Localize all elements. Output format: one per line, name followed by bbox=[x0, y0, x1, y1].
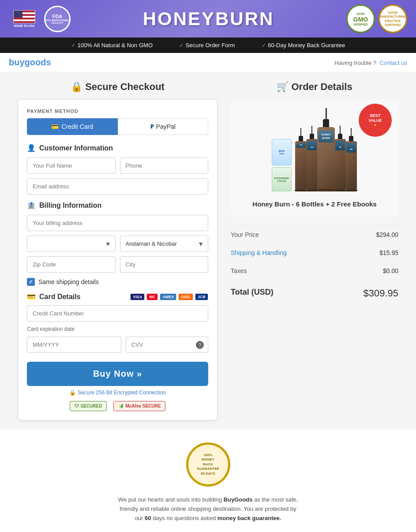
bottle-main: HONEYBURN bbox=[317, 108, 335, 191]
site-title: HONEYBURN bbox=[143, 8, 274, 30]
card-section-header: 💳 Card Details VISA MC AMEX DISC JCB bbox=[27, 292, 208, 301]
email-input[interactable] bbox=[27, 178, 208, 195]
region-select[interactable]: Andaman & Nicobar bbox=[120, 236, 209, 252]
billing-section: 🏦 Billing Information India United State… bbox=[27, 201, 208, 273]
jcb-icon: JCB bbox=[195, 293, 208, 300]
usa-label: MADE IN USA bbox=[14, 24, 34, 27]
footer-before: We put our hearts and souls into buildin… bbox=[118, 496, 224, 503]
country-region-row: India United States ▼ Andaman & Nicobar … bbox=[27, 236, 208, 252]
checkout-card: PAYMENT METHOD 💳 Credit Card 𝐏 PayPal 👤 … bbox=[18, 99, 217, 420]
shipping-row: Shipping & Handling $15.95 bbox=[231, 244, 398, 262]
card-section: 💳 Card Details VISA MC AMEX DISC JCB Car… bbox=[27, 292, 208, 353]
price-row: Your Price $294.00 bbox=[231, 226, 398, 244]
card-number-row bbox=[27, 305, 208, 322]
card-icons: VISA MC AMEX DISC JCB bbox=[130, 293, 208, 300]
header-banner: MADE IN USA FDA FDA REGISTERED FACILITY … bbox=[0, 0, 416, 37]
paypal-label: PayPal bbox=[156, 123, 176, 130]
same-shipping-label: Same shipping details bbox=[38, 278, 99, 285]
footer-after: days no questions asked bbox=[151, 515, 217, 521]
checkout-title: 🔒 Secure Checkout bbox=[18, 81, 217, 93]
footer-brand: BuyGoods bbox=[224, 496, 253, 503]
city-input[interactable] bbox=[120, 256, 209, 273]
zip-input[interactable] bbox=[27, 256, 116, 273]
order-title: 🛒 Order Details bbox=[231, 81, 398, 93]
ebook2: FAT-BURNINGFormula bbox=[272, 167, 292, 191]
mcafee-icon: 🔰 bbox=[118, 404, 124, 408]
order-right: 🛒 Order Details BESTVALUE ★ MediaCare FA… bbox=[231, 81, 398, 420]
zip-city-row bbox=[27, 256, 208, 273]
header-badges-right: NON GMO VERIFIED GOODMANUFACTURINGPRACTI… bbox=[346, 4, 407, 33]
bottle-4: YA bbox=[334, 126, 346, 191]
full-name-input[interactable] bbox=[27, 157, 116, 174]
ebooks-area: MediaCare FAT-BURNINGFormula bbox=[272, 139, 292, 191]
product-visual: BESTVALUE ★ MediaCare FAT-BURNINGFormula bbox=[231, 99, 398, 217]
shipping-label: Shipping & Handling bbox=[231, 249, 287, 256]
country-select[interactable]: India United States bbox=[27, 236, 116, 252]
payment-method-label: PAYMENT METHOD bbox=[27, 109, 208, 114]
money-back-text: 100%MONEYBACKGUARANTEE60 DAYS bbox=[197, 453, 219, 476]
footer-section: 100%MONEYBACKGUARANTEE60 DAYS We put our… bbox=[0, 429, 416, 532]
gmp-badge: GOODMANUFACTURINGPRACTICECERTIFIED bbox=[379, 4, 407, 33]
billing-icon: 🏦 bbox=[27, 201, 36, 210]
mastercard-icon: MC bbox=[146, 293, 158, 300]
card-section-icon: 💳 bbox=[27, 292, 36, 301]
card-number-input[interactable] bbox=[27, 305, 208, 322]
bottle-1: HI bbox=[295, 128, 307, 191]
shield-icon: 🛡 bbox=[75, 404, 79, 408]
country-select-wrapper: India United States ▼ bbox=[27, 236, 116, 252]
credit-card-tab[interactable]: 💳 Credit Card bbox=[27, 118, 118, 135]
main-content: 🔒 Secure Checkout PAYMENT METHOD 💳 Credi… bbox=[0, 72, 416, 429]
money-back-badge: 100%MONEYBACKGUARANTEE60 DAYS bbox=[186, 442, 230, 487]
customer-section-title: 👤 Customer Information bbox=[27, 144, 208, 152]
region-select-wrapper: Andaman & Nicobar ▼ bbox=[120, 236, 209, 252]
paypal-tab[interactable]: 𝐏 PayPal bbox=[118, 118, 209, 135]
nongmo-badge: NON GMO VERIFIED bbox=[346, 4, 375, 33]
expiry-row: ? bbox=[27, 337, 208, 353]
lock-icon: 🔒 bbox=[69, 390, 76, 396]
buy-now-button[interactable]: Buy Now » bbox=[27, 362, 208, 386]
buygoods-logo: buygoods bbox=[9, 57, 51, 67]
tax-row: Taxes $0.00 bbox=[231, 262, 398, 280]
nav-help-area: Having trouble ? Contact us bbox=[334, 59, 407, 66]
product-name: Honey Burn - 6 Bottles + 2 Free Ebooks bbox=[252, 200, 376, 208]
paypal-icon: 𝐏 bbox=[150, 124, 154, 130]
name-phone-row bbox=[27, 157, 208, 174]
trust-item-secure: Secure Order Form bbox=[179, 42, 235, 49]
total-row: Total (USD) $309.95 bbox=[231, 282, 398, 304]
price-value: $294.00 bbox=[376, 231, 398, 238]
visa-icon: VISA bbox=[130, 293, 145, 300]
trust-item-guarantee: 60-Day Money Back Gurantee bbox=[262, 42, 345, 49]
mcafee-badge: 🔰 McAfee SECURE bbox=[113, 401, 165, 411]
bottle-2: HO bbox=[306, 126, 318, 191]
trust-item-natural: 100% All Natural & Non GMO bbox=[71, 42, 153, 49]
usa-badge: MADE IN USA bbox=[9, 6, 40, 32]
expiry-label: Card expiration date bbox=[27, 326, 208, 332]
same-shipping-row: Same shipping details bbox=[27, 278, 208, 286]
tax-label: Taxes bbox=[231, 267, 247, 274]
checkout-left: 🔒 Secure Checkout PAYMENT METHOD 💳 Credi… bbox=[18, 81, 217, 420]
total-label: Total (USD) bbox=[231, 288, 274, 299]
footer-description: We put our hearts and souls into buildin… bbox=[116, 495, 301, 523]
billing-address-row bbox=[27, 215, 208, 231]
billing-address-input[interactable] bbox=[27, 215, 208, 231]
customer-icon: 👤 bbox=[27, 144, 36, 152]
same-shipping-checkbox[interactable] bbox=[27, 278, 35, 286]
secured-badge: 🛡 SECURED bbox=[70, 401, 107, 411]
bottles-row: HI HO bbox=[295, 108, 357, 191]
expiry-input[interactable] bbox=[27, 337, 121, 353]
cvv-help-icon[interactable]: ? bbox=[196, 341, 204, 349]
ebook1: MediaCare bbox=[272, 139, 292, 165]
contact-link[interactable]: Contact us bbox=[380, 60, 407, 66]
email-row bbox=[27, 178, 208, 195]
help-text: Having trouble ? bbox=[334, 60, 376, 66]
price-label: Your Price bbox=[231, 231, 259, 238]
shipping-value: $15.95 bbox=[379, 249, 398, 256]
total-value: $309.95 bbox=[363, 288, 398, 299]
bottle-5: BN bbox=[345, 128, 357, 191]
footer-guarantee: money back guarantee. bbox=[217, 515, 281, 521]
bottle-group: MediaCare FAT-BURNINGFormula HI bbox=[272, 108, 357, 191]
nav-bar: buygoods Having trouble ? Contact us bbox=[0, 53, 416, 72]
phone-input[interactable] bbox=[120, 157, 209, 174]
billing-section-title: 🏦 Billing Information bbox=[27, 201, 208, 210]
tax-value: $0.00 bbox=[383, 267, 398, 274]
